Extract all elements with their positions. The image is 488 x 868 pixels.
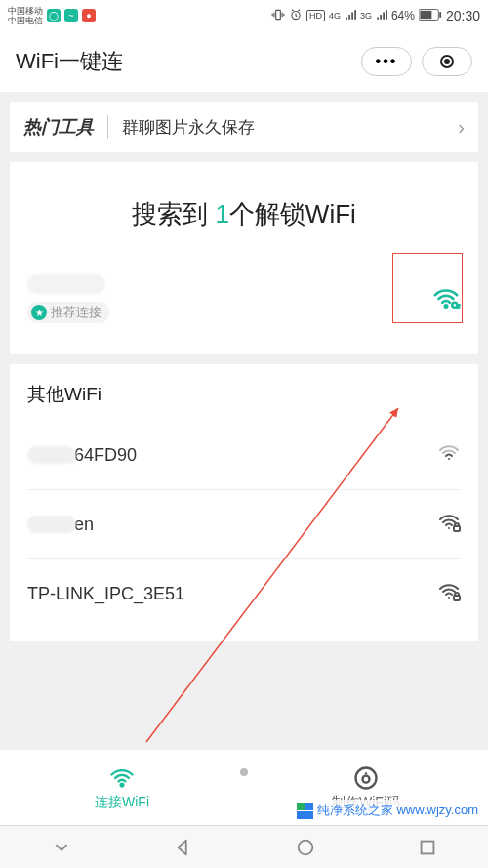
chevron-right-icon: › — [458, 116, 465, 139]
svg-point-15 — [298, 840, 312, 854]
wifi-row[interactable]: TP-LINK_IPC_3E51 — [27, 563, 461, 624]
more-menu-button[interactable]: ••• — [361, 47, 412, 76]
recommend-label: 推荐连接 — [51, 304, 102, 321]
nav-recent-button[interactable] — [417, 837, 438, 858]
svg-rect-4 — [439, 12, 441, 18]
app-header: WiFi一键连 ••• — [0, 31, 488, 92]
watermark-text: 纯净系统之家 www.wjzy.com — [317, 802, 478, 819]
close-miniprogram-button[interactable] — [422, 47, 472, 76]
signal-1-icon — [345, 9, 356, 23]
watermark: 纯净系统之家 www.wjzy.com — [293, 800, 482, 821]
svg-point-5 — [445, 305, 448, 308]
vibrate-icon — [271, 8, 285, 24]
svg-rect-0 — [276, 10, 281, 19]
net-4g: 4G — [329, 11, 341, 21]
clock: 20:30 — [446, 8, 480, 23]
nav-home-button[interactable] — [295, 837, 316, 858]
hd-badge: HD — [306, 10, 325, 21]
other-wifi-card: 其他WiFi 64FD90 en TP-LINK_IPC_3E51 — [10, 364, 478, 641]
status-left: 中国移动 中国电信 ◯ ~ ● — [8, 6, 96, 25]
promo-label: 热门工具 — [23, 115, 108, 139]
wifi-name: TP-LINK_IPC_3E51 — [27, 584, 184, 604]
carrier-1: 中国移动 — [8, 6, 43, 16]
qrcode-icon — [350, 765, 382, 792]
svg-point-10 — [448, 597, 450, 599]
battery-percent: 64% — [391, 9, 415, 22]
signal-2-icon — [376, 9, 387, 23]
svg-rect-16 — [421, 841, 433, 853]
svg-point-13 — [356, 767, 377, 788]
promo-card[interactable]: 热门工具 群聊图片永久保存 › — [10, 102, 478, 152]
divider — [27, 558, 461, 559]
wifi-name: en — [74, 515, 94, 535]
net-3g: 3G — [360, 11, 372, 21]
tab-label: 连接WiFi — [95, 794, 149, 811]
status-right: HD 4G 3G 64% 20:30 — [271, 8, 480, 24]
star-icon: ★ — [31, 305, 47, 320]
app-badge-3-icon: ● — [82, 9, 96, 22]
divider — [27, 489, 461, 490]
wifi-locked-icon — [437, 580, 461, 607]
app-badge-1-icon: ◯ — [47, 9, 61, 22]
page-indicator-dot — [240, 768, 248, 776]
app-title: WiFi一键连 — [16, 47, 123, 76]
nav-hide-button[interactable] — [51, 837, 72, 858]
unlocked-wifi-card: 搜索到 1个解锁WiFi ★ 推荐连接 — [10, 162, 478, 354]
search-result-title: 搜索到 1个解锁WiFi — [27, 197, 461, 231]
target-icon — [440, 55, 454, 68]
system-nav-bar — [0, 825, 488, 868]
title-suffix: 个解锁WiFi — [229, 199, 356, 228]
svg-rect-3 — [420, 10, 431, 18]
wifi-name: 64FD90 — [74, 445, 137, 466]
tab-connect-wifi[interactable]: 连接WiFi — [0, 750, 244, 825]
wifi-weak-icon — [437, 441, 461, 469]
svg-point-7 — [448, 458, 450, 460]
wifi-row[interactable]: 64FD90 — [27, 425, 461, 485]
more-icon: ••• — [376, 53, 398, 70]
wifi-row[interactable]: en — [27, 494, 461, 555]
recommend-badge: ★ 推荐连接 — [27, 302, 109, 323]
wifi-icon — [106, 765, 138, 792]
name-redacted-prefix — [27, 446, 76, 464]
watermark-logo-icon — [297, 803, 313, 819]
title-prefix: 搜索到 — [132, 199, 215, 228]
other-wifi-title: 其他WiFi — [27, 382, 461, 407]
wifi-name-redacted — [27, 274, 105, 294]
svg-point-14 — [365, 772, 367, 774]
nav-back-button[interactable] — [173, 837, 194, 858]
promo-text: 群聊图片永久保存 — [108, 116, 458, 139]
battery-icon — [419, 9, 442, 23]
svg-point-12 — [121, 783, 124, 786]
wifi-unlocked-icon — [431, 284, 461, 313]
svg-point-8 — [448, 527, 450, 529]
alarm-icon — [289, 8, 303, 24]
carrier-labels: 中国移动 中国电信 — [8, 6, 43, 25]
wifi-locked-icon — [437, 511, 461, 538]
app-badge-2-icon: ~ — [64, 9, 78, 22]
carrier-2: 中国电信 — [8, 16, 43, 25]
unlocked-count: 1 — [215, 199, 228, 228]
unlocked-wifi-item[interactable]: ★ 推荐连接 — [27, 270, 461, 337]
status-bar: 中国移动 中国电信 ◯ ~ ● HD 4G 3G 64% 20:30 — [0, 0, 488, 31]
header-actions: ••• — [361, 47, 472, 76]
name-redacted-prefix — [27, 516, 76, 533]
